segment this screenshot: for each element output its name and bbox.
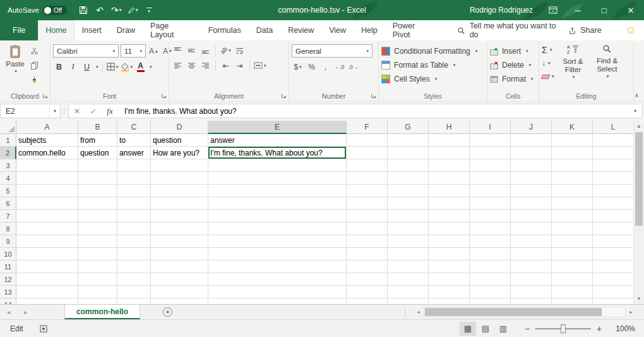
- cell-D12[interactable]: [151, 273, 208, 286]
- select-all-button[interactable]: [0, 121, 16, 134]
- tab-review[interactable]: Review: [280, 20, 321, 40]
- font-name-select[interactable]: Calibri▾: [53, 44, 119, 58]
- column-header-F[interactable]: F: [347, 121, 388, 134]
- cell-D3[interactable]: [151, 159, 208, 172]
- cell-I5[interactable]: [470, 185, 511, 197]
- column-header-I[interactable]: I: [470, 121, 511, 134]
- cell-D8[interactable]: [151, 223, 208, 235]
- cell-J7[interactable]: [511, 210, 552, 223]
- row-header-6[interactable]: 6: [0, 197, 16, 210]
- cell-L7[interactable]: [593, 210, 633, 223]
- cell-E7[interactable]: [208, 210, 347, 223]
- horizontal-scroll-track[interactable]: [424, 307, 626, 317]
- cell-K13[interactable]: [552, 286, 593, 298]
- sort-filter-button[interactable]: AZ Sort & Filter▾: [558, 44, 588, 80]
- cell-H1[interactable]: [429, 134, 470, 147]
- decrease-indent-button[interactable]: ⇤: [220, 59, 232, 71]
- formula-bar-splitter[interactable]: ⋮: [61, 107, 68, 114]
- column-header-E[interactable]: E: [208, 121, 347, 134]
- cell-I11[interactable]: [470, 260, 511, 273]
- decrease-decimal-button[interactable]: .0→: [347, 61, 359, 73]
- cell-I9[interactable]: [470, 235, 511, 248]
- cell-H10[interactable]: [429, 248, 470, 260]
- cell-A7[interactable]: [16, 210, 78, 223]
- cell-A14[interactable]: [16, 298, 78, 304]
- horizontal-scrollbar[interactable]: ◂ ▸: [413, 305, 636, 319]
- cell-D4[interactable]: [151, 172, 208, 185]
- cell-L9[interactable]: [593, 235, 633, 248]
- cell-G6[interactable]: [388, 197, 429, 210]
- cell-I14[interactable]: [470, 298, 511, 304]
- italic-button[interactable]: I: [67, 61, 79, 73]
- cell-J6[interactable]: [511, 197, 552, 210]
- number-format-select[interactable]: General▾: [292, 44, 373, 58]
- cell-I7[interactable]: [470, 210, 511, 223]
- cell-E8[interactable]: [208, 223, 347, 235]
- cell-D13[interactable]: [151, 286, 208, 298]
- row-header-14[interactable]: 14: [0, 298, 16, 304]
- format-as-table-button[interactable]: Format as Table ▾: [381, 58, 455, 72]
- cell-B4[interactable]: [78, 172, 117, 185]
- maximize-button[interactable]: □: [591, 0, 617, 20]
- column-header-K[interactable]: K: [552, 121, 593, 134]
- row-header-13[interactable]: 13: [0, 286, 16, 298]
- cell-E12[interactable]: [208, 273, 347, 286]
- tab-draw[interactable]: Draw: [109, 20, 143, 40]
- cell-C5[interactable]: [117, 185, 151, 197]
- cell-B14[interactable]: [78, 298, 117, 304]
- cell-B6[interactable]: [78, 197, 117, 210]
- cell-I12[interactable]: [470, 273, 511, 286]
- underline-button[interactable]: U: [81, 61, 93, 73]
- cell-L6[interactable]: [593, 197, 633, 210]
- cell-H7[interactable]: [429, 210, 470, 223]
- cell-A6[interactable]: [16, 197, 78, 210]
- cell-J13[interactable]: [511, 286, 552, 298]
- feedback-smiley-button[interactable]: ☺: [607, 20, 644, 40]
- tab-view[interactable]: View: [321, 20, 354, 40]
- cell-B1[interactable]: from: [78, 134, 117, 147]
- fill-color-button[interactable]: ▾: [121, 61, 133, 73]
- tab-help[interactable]: Help: [354, 20, 385, 40]
- align-bottom-button[interactable]: [200, 44, 212, 56]
- cell-L11[interactable]: [593, 260, 633, 273]
- column-header-A[interactable]: A: [16, 121, 78, 134]
- cell-J14[interactable]: [511, 298, 552, 304]
- cell-G12[interactable]: [388, 273, 429, 286]
- cell-L4[interactable]: [593, 172, 633, 185]
- font-size-select[interactable]: 11▾: [121, 44, 146, 58]
- cell-B2[interactable]: question: [78, 147, 117, 159]
- cell-F1[interactable]: [347, 134, 388, 147]
- cell-K14[interactable]: [552, 298, 593, 304]
- cell-K10[interactable]: [552, 248, 593, 260]
- percent-format-button[interactable]: %: [306, 61, 318, 73]
- cell-J8[interactable]: [511, 223, 552, 235]
- cell-L3[interactable]: [593, 159, 633, 172]
- cell-B7[interactable]: [78, 210, 117, 223]
- cell-C7[interactable]: [117, 210, 151, 223]
- scroll-down-button[interactable]: ▼: [634, 293, 644, 304]
- cell-H13[interactable]: [429, 286, 470, 298]
- insert-function-button[interactable]: fx: [102, 104, 118, 118]
- formula-input[interactable]: ✕ ✓ fx I'm fine, thanks. What about you?…: [68, 104, 643, 118]
- cell-A3[interactable]: [16, 159, 78, 172]
- save-button[interactable]: [77, 2, 90, 18]
- align-right-button[interactable]: [200, 59, 212, 71]
- autosum-button[interactable]: Σ▾: [542, 44, 554, 56]
- cell-C2[interactable]: answer: [117, 147, 151, 159]
- cell-D11[interactable]: [151, 260, 208, 273]
- format-cells-button[interactable]: Format ▾: [490, 72, 534, 86]
- alignment-dialog-launcher[interactable]: [280, 92, 287, 99]
- cell-L10[interactable]: [593, 248, 633, 260]
- row-header-5[interactable]: 5: [0, 185, 16, 197]
- cell-A2[interactable]: common.hello: [16, 147, 78, 159]
- tab-insert[interactable]: Insert: [75, 20, 109, 40]
- cell-K9[interactable]: [552, 235, 593, 248]
- cell-L1[interactable]: [593, 134, 633, 147]
- expand-formula-bar-button[interactable]: ▾: [628, 108, 642, 114]
- cell-styles-button[interactable]: Cell Styles ▾: [381, 72, 437, 86]
- cell-I6[interactable]: [470, 197, 511, 210]
- column-header-D[interactable]: D: [151, 121, 208, 134]
- cell-F11[interactable]: [347, 260, 388, 273]
- format-painter-button[interactable]: [28, 74, 40, 86]
- cell-G4[interactable]: [388, 172, 429, 185]
